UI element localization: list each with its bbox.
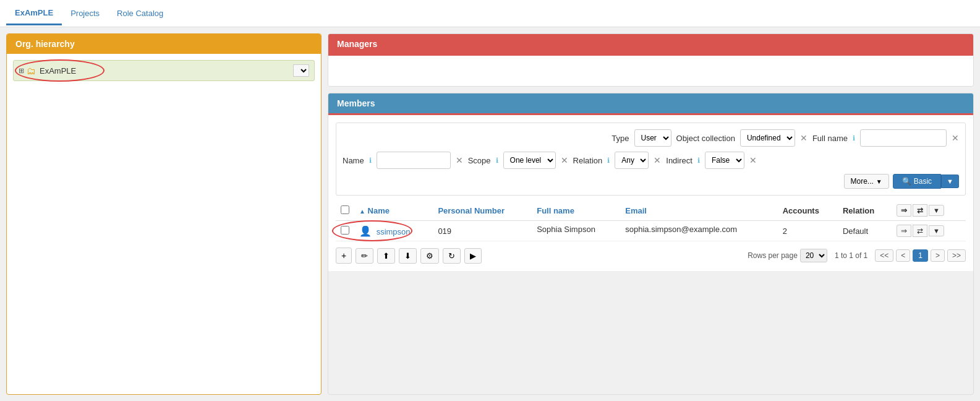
play-button[interactable]: ▶ [464,248,482,264]
filter-area: Type User Object collection Undefined ✕ … [336,123,966,196]
table-header-row: ▲ Name Personal Number Full name Email A… [336,200,966,221]
managers-header: Managers [328,34,973,54]
edit-button[interactable]: ✏ [356,248,373,264]
col-caret-icon[interactable]: ▼ [929,205,944,216]
settings-button[interactable]: ⚙ [420,248,439,264]
org-hierarchy-body: ⊞ 🗂 ExAmPLE [7,54,321,394]
row-relation-cell: Default [838,221,892,241]
page-1-button[interactable]: 1 [913,249,928,262]
page-prev-button[interactable]: < [896,249,910,262]
row-action-cell: ⇒ ⇄ ▼ [892,221,966,241]
filter-row-2: Name ℹ ✕ Scope ℹ One level ✕ Relation ℹ [343,152,959,169]
tree-item-dropdown[interactable] [293,64,309,77]
row-checkbox-cell [336,221,354,241]
search-icon: 🔍 [902,177,911,186]
rows-per-page-label: Rows per page [748,251,798,260]
scope-select[interactable]: One level [503,152,556,169]
page-next-button[interactable]: > [931,249,945,262]
select-all-checkbox[interactable] [341,205,349,214]
filter-actions: More... ▼ 🔍 Basic ▼ [343,174,959,189]
indirect-select[interactable]: False [705,152,744,169]
type-label: Type [611,134,629,143]
user-avatar-icon: 👤 [359,226,372,236]
upload-button[interactable]: ⬆ [377,248,395,264]
tree-expand-icon[interactable]: ⊞ [19,67,24,75]
page-last-button[interactable]: >> [947,249,966,262]
object-collection-label: Object collection [676,134,735,143]
add-button[interactable]: + [336,248,352,264]
object-collection-clear[interactable]: ✕ [800,133,807,143]
basic-dropdown-button[interactable]: ▼ [941,175,959,188]
page-first-button[interactable]: << [875,249,893,262]
scope-label: Scope [468,156,491,165]
table-row: 👤 ssimpson 019 Sophia Simpson sophia.sim… [336,221,966,241]
nav-item-projects[interactable]: Projects [62,2,108,24]
managers-section: Managers [328,33,974,87]
row-name-cell: 👤 ssimpson [354,221,433,241]
row-link-icon[interactable]: ⇒ [897,225,911,237]
col-full-name[interactable]: Full name [532,200,620,221]
action-buttons: + ✏ ⬆ ⬇ ⚙ ↻ ▶ [336,248,482,264]
col-transfer-icon[interactable]: ⇄ [913,204,927,217]
indirect-label: Indirect [666,156,692,165]
members-section: Members Type User Object collection Unde… [328,93,974,395]
col-personal-number[interactable]: Personal Number [433,200,532,221]
scope-info-icon[interactable]: ℹ [496,157,498,165]
full-name-input[interactable] [860,129,947,147]
pagination: Rows per page 20 1 to 1 of 1 << < 1 > >> [748,249,966,262]
sort-up-icon: ▲ [359,208,365,215]
relation-info-icon[interactable]: ℹ [607,157,610,165]
col-action-icons: ⇒ ⇄ ▼ [897,204,961,217]
tree-row: ⊞ 🗂 ExAmPLE [13,60,315,81]
name-clear[interactable]: ✕ [456,155,463,165]
row-transfer-icon[interactable]: ⇄ [913,225,927,237]
members-header: Members [328,93,973,113]
managers-body [328,54,973,86]
members-table: ▲ Name Personal Number Full name Email A… [336,200,966,241]
object-collection-select[interactable]: Undefined [740,129,795,147]
bottom-row: + ✏ ⬆ ⬇ ⚙ ↻ ▶ Rows per page 20 1 to 1 of… [336,248,966,264]
indirect-clear[interactable]: ✕ [749,155,757,165]
col-checkbox [336,200,354,221]
row-checkbox[interactable] [341,226,349,235]
full-name-info-icon[interactable]: ℹ [853,134,855,142]
row-accounts-cell: 2 [778,221,838,241]
relation-select[interactable]: Any [615,152,649,169]
nav-item-example[interactable]: ExAmPLE [6,2,62,25]
user-link[interactable]: ssimpson [377,227,411,236]
main-content: Org. hierarchy ⊞ 🗂 ExAmPLE Managers Memb… [0,27,980,401]
filter-row-1: Type User Object collection Undefined ✕ … [343,129,959,147]
row-full-name-cell: Sophia Simpson [532,221,620,241]
full-name-label: Full name [812,134,848,143]
left-panel: Org. hierarchy ⊞ 🗂 ExAmPLE [6,33,322,395]
row-email-cell: sophia.simpson@example.com [620,221,777,241]
tree-item-label[interactable]: ExAmPLE [40,66,76,75]
col-link-icon[interactable]: ⇒ [897,204,911,217]
scope-clear[interactable]: ✕ [561,155,568,165]
type-select[interactable]: User [634,129,671,147]
more-caret-icon: ▼ [876,178,882,185]
name-input[interactable] [377,152,451,169]
row-personal-number-cell: 019 [433,221,532,241]
basic-search-button[interactable]: 🔍 Basic [893,174,941,189]
relation-clear[interactable]: ✕ [654,155,661,165]
col-accounts[interactable]: Accounts [778,200,838,221]
refresh-button[interactable]: ↻ [443,248,461,264]
name-info-icon[interactable]: ℹ [369,157,372,165]
col-email[interactable]: Email [620,200,777,221]
col-relation[interactable]: Relation [838,200,892,221]
col-name[interactable]: ▲ Name [354,200,433,221]
nav-item-role-catalog[interactable]: Role Catalog [108,2,172,24]
row-action-icons: ⇒ ⇄ ▼ [897,225,961,237]
col-actions: ⇒ ⇄ ▼ [892,200,966,221]
download-button[interactable]: ⬇ [399,248,417,264]
full-name-clear[interactable]: ✕ [952,133,959,143]
relation-label: Relation [573,156,603,165]
row-caret-icon[interactable]: ▼ [929,225,944,236]
basic-button-group: 🔍 Basic ▼ [893,174,959,189]
more-button[interactable]: More... ▼ [844,174,889,189]
indirect-info-icon[interactable]: ℹ [697,157,700,165]
top-nav: ExAmPLE Projects Role Catalog [0,0,980,27]
folder-icon: 🗂 [27,66,36,76]
rows-per-page-select[interactable]: 20 [800,249,827,262]
